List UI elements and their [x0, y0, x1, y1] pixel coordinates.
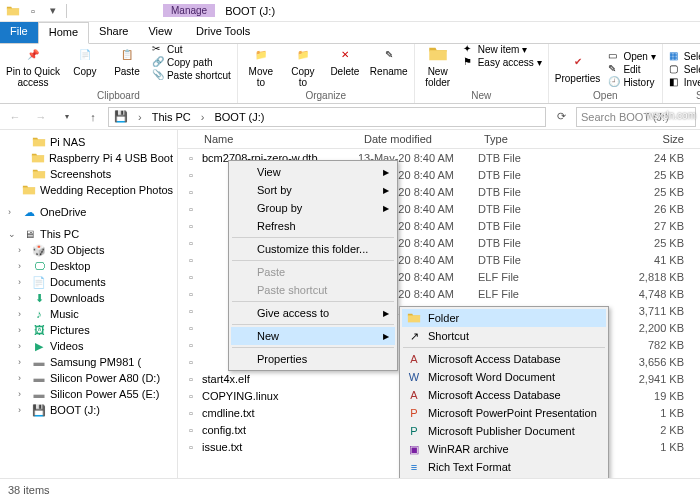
col-type[interactable]: Type	[478, 130, 568, 148]
tab-drive-tools[interactable]: Drive Tools	[186, 22, 260, 43]
new-shortcut[interactable]: ↗Shortcut	[402, 327, 606, 345]
file-list[interactable]: Name Date modified Type Size ▫bcm2708-rp…	[178, 130, 700, 478]
tree-item[interactable]: Raspberry Pi 4 USB Boot	[0, 150, 177, 166]
menu-new[interactable]: New	[231, 327, 395, 345]
edit-icon: ✎	[608, 63, 620, 75]
delete-button[interactable]: ✕Delete	[328, 43, 362, 77]
menu-sort[interactable]: Sort by	[231, 181, 395, 199]
new-word[interactable]: WMicrosoft Word Document	[402, 368, 606, 386]
col-size[interactable]: Size	[568, 130, 700, 148]
col-name[interactable]: Name	[178, 130, 358, 148]
column-headers[interactable]: Name Date modified Type Size	[178, 130, 700, 149]
music-icon: ♪	[32, 307, 46, 321]
file-icon: ▫	[184, 389, 198, 403]
tab-home[interactable]: Home	[38, 22, 89, 44]
new-access[interactable]: AMicrosoft Access Database	[402, 350, 606, 368]
copy-path-button[interactable]: 🔗Copy path	[152, 56, 231, 68]
menu-properties[interactable]: Properties	[231, 350, 395, 368]
file-icon: ▫	[184, 338, 198, 352]
cut-button[interactable]: ✂Cut	[152, 43, 231, 55]
tree-item[interactable]: ›💾BOOT (J:)	[0, 402, 177, 418]
file-icon: ▫	[184, 304, 198, 318]
tree-item[interactable]: ›▬Samsung PM981 (	[0, 354, 177, 370]
search-input[interactable]: Search BOOT (J:)	[576, 107, 696, 127]
menu-group[interactable]: Group by	[231, 199, 395, 217]
menu-paste-shortcut[interactable]: Paste shortcut	[231, 281, 395, 299]
menu-view[interactable]: View	[231, 163, 395, 181]
new-folder-button[interactable]: New folder	[421, 43, 455, 88]
copy-button[interactable]: 📄Copy	[68, 43, 102, 77]
new-access[interactable]: AMicrosoft Access Database	[402, 386, 606, 404]
tree-item[interactable]: ›🖵Desktop	[0, 258, 177, 274]
group-label: Clipboard	[6, 90, 231, 101]
menu-customize[interactable]: Customize this folder...	[231, 240, 395, 258]
move-icon: 📁	[250, 43, 272, 65]
invert-selection-button[interactable]: ◧Invert selection	[669, 76, 700, 88]
col-date[interactable]: Date modified	[358, 130, 478, 148]
new-txt[interactable]: 📄Text Document	[402, 476, 606, 478]
tree-item[interactable]: ›▬Silicon Power A80 (D:)	[0, 370, 177, 386]
rar-icon: ▣	[406, 441, 422, 457]
new-rtf[interactable]: ≡Rich Text Format	[402, 458, 606, 476]
forward-button[interactable]: →	[30, 106, 52, 128]
tree-item[interactable]: Wedding Reception Photos	[0, 182, 177, 198]
new-rar[interactable]: ▣WinRAR archive	[402, 440, 606, 458]
tab-share[interactable]: Share	[89, 22, 138, 43]
new-item-icon: ✦	[463, 43, 475, 55]
copy-to-button[interactable]: 📁Copy to	[286, 43, 320, 88]
tab-view[interactable]: View	[138, 22, 182, 43]
context-menu[interactable]: View Sort by Group by Refresh Customize …	[228, 160, 398, 371]
tree-item[interactable]: ›♪Music	[0, 306, 177, 322]
menu-refresh[interactable]: Refresh	[231, 217, 395, 235]
new-ppt[interactable]: PMicrosoft PowerPoint Presentation	[402, 404, 606, 422]
select-all-button[interactable]: ▦Select all	[669, 50, 700, 62]
tree-item[interactable]: ›⬇Downloads	[0, 290, 177, 306]
file-icon: ▫	[184, 151, 198, 165]
window-title: BOOT (J:)	[225, 5, 275, 17]
usb-icon: 💾	[32, 403, 46, 417]
select-all-icon: ▦	[669, 50, 681, 62]
folder-icon	[406, 310, 422, 326]
tree-item[interactable]: Pi NAS	[0, 134, 177, 150]
shortcut-icon: ↗	[406, 328, 422, 344]
tab-file[interactable]: File	[0, 22, 38, 43]
select-none-button[interactable]: ▢Select none	[669, 63, 700, 75]
paste-shortcut-button[interactable]: 📎Paste shortcut	[152, 69, 231, 81]
easy-access-button[interactable]: ⚑Easy access ▾	[463, 56, 542, 68]
qat-icon[interactable]: ▫	[26, 4, 40, 18]
breadcrumb[interactable]: 💾 This PC BOOT (J:)	[108, 107, 546, 127]
new-submenu[interactable]: Folder↗ShortcutAMicrosoft Access Databas…	[399, 306, 609, 478]
crumb[interactable]: This PC	[149, 111, 194, 123]
pin-button[interactable]: 📌Pin to Quick access	[6, 43, 60, 88]
properties-button[interactable]: ✔Properties	[555, 50, 601, 84]
tree-item[interactable]: ›🎲3D Objects	[0, 242, 177, 258]
tree-item[interactable]: ›🖼Pictures	[0, 322, 177, 338]
tree-item[interactable]: Screenshots	[0, 166, 177, 182]
tree-item[interactable]: ⌄🖥This PC	[0, 226, 177, 242]
tree-item[interactable]: ›☁OneDrive	[0, 204, 177, 220]
open-button[interactable]: ▭Open ▾	[608, 50, 655, 62]
new-item-button[interactable]: ✦New item ▾	[463, 43, 542, 55]
up-button[interactable]: ↑	[82, 106, 104, 128]
tree-item[interactable]: ›📄Documents	[0, 274, 177, 290]
tree-item[interactable]: ›▶Videos	[0, 338, 177, 354]
pin-icon: 📌	[22, 43, 44, 65]
back-button[interactable]: ←	[4, 106, 26, 128]
paste-button[interactable]: 📋Paste	[110, 43, 144, 77]
tree-item[interactable]: ›▬Silicon Power A55 (E:)	[0, 386, 177, 402]
qat-dropdown-icon[interactable]: ▾	[46, 4, 60, 18]
crumb[interactable]: BOOT (J:)	[211, 111, 267, 123]
edit-button[interactable]: ✎Edit	[608, 63, 655, 75]
new-pub[interactable]: PMicrosoft Publisher Document	[402, 422, 606, 440]
move-to-button[interactable]: 📁Move to	[244, 43, 278, 88]
menu-paste[interactable]: Paste	[231, 263, 395, 281]
navigation-pane[interactable]: Pi NASRaspberry Pi 4 USB BootScreenshots…	[0, 130, 178, 478]
history-button[interactable]: 🕘History	[608, 76, 655, 88]
recent-dropdown[interactable]: ▾	[56, 106, 78, 128]
refresh-button[interactable]: ⟳	[550, 106, 572, 128]
new-folder[interactable]: Folder	[402, 309, 606, 327]
menu-give-access[interactable]: Give access to	[231, 304, 395, 322]
file-icon: ▫	[184, 219, 198, 233]
rename-button[interactable]: ✎Rename	[370, 43, 408, 77]
file-icon: ▫	[184, 270, 198, 284]
